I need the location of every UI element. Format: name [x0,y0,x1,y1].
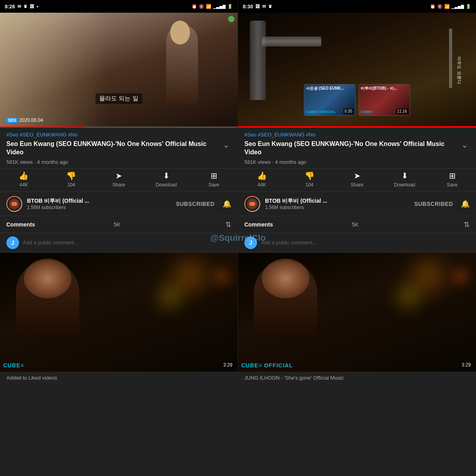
mini-thumb-2[interactable]: 비투비(BTOB) - 비... CUBE≡ 11:16 [359,84,410,116]
video-card-left[interactable]: CUBE≡ 3:29 [0,253,238,372]
email-icon-right: ✉ [262,4,266,9]
share-btn-left[interactable]: ➤ Share [95,171,143,188]
status-bar-left: 8:26 ✉ ♛ 🖼 ● ⏰ 🔇 📶 ▁▃▅▇ 🔋 [0,0,238,13]
share-btn-right[interactable]: ➤ Share [333,171,381,188]
subscribed-btn-right[interactable]: SUBSCRIBED [414,201,453,207]
like-btn-right[interactable]: 👍 44K [238,171,286,188]
thumbdown-icon-right: 👎 [305,171,315,180]
save-btn-right[interactable]: ⊞ Save [428,171,476,188]
image-icon-right: 🖼 [255,4,260,9]
wifi-icon-right: 📶 [444,4,450,9]
user-avatar-left: J [6,236,19,249]
signal-icon-left: ▁▃▅▇ [213,4,226,9]
mini-thumb-2-label: 비투비(BTOB) - 비... [361,86,397,91]
video-card-right[interactable]: CUBE≡ OFFICIAL 3:29 [238,253,476,372]
share-label-right: Share [351,182,363,188]
hashtags-right[interactable]: #Seo #SEO_EUNKWANG #No [238,128,476,139]
comment-input-row-right: J Add a public comment... [238,233,476,253]
comment-placeholder-right[interactable]: Add a public comment... [261,240,316,246]
like-count-left: 44K [19,182,28,188]
share-icon-left: ➤ [115,171,122,180]
mini-thumbnails-right: 서은광 (SEO EUNK... CUBE≡ OFFICIAL 0:35 비투비… [304,84,410,116]
channel-name-right: BTOB 비투비 (Official ... [265,198,409,205]
video-player-left[interactable]: 몰라도 되는 일 SBS 2020.06.04 [0,13,238,128]
video-thumb-right: CUBE≡ OFFICIAL 3:29 [238,253,476,372]
download-icon-left: ⬇ [163,171,170,180]
video-meta-left: 581K views · 4 months ago [0,158,238,168]
image-icon: 🖼 [30,4,34,9]
thumbup-icon-left: 👍 [19,171,29,180]
sbs-badge: SBS [6,118,18,123]
time-right: 8:30 [243,4,253,10]
save-label-left: Save [208,182,219,188]
download-icon-right: ⬇ [401,171,408,180]
battery-icon-left: 🔋 [227,4,233,9]
download-label-left: Download [156,182,177,188]
save-icon-right: ⊞ [449,171,456,180]
user-avatar-right: J [244,236,257,249]
bottom-label-left: Added to Liked videos [0,372,238,384]
sort-icon-left[interactable]: ⇅ [225,220,231,229]
mute-icon-left: 🔇 [199,4,204,9]
channel-avatar-right[interactable] [244,196,260,212]
alarm-icon-left: ⏰ [192,4,197,9]
channel-avatar-inner-right [245,197,259,211]
mini-cube-2: CUBE≡ [361,110,373,114]
video-date-left: SBS 2020.06.04 [6,117,43,123]
cube-logo-left: CUBE≡ [3,362,24,369]
mini-thumb-1-time: 0:35 [344,109,353,114]
channel-row-left: BTOB 비투비 (Official ... 1.56M subscribers… [0,192,238,216]
expand-btn-left[interactable]: ⌄ [221,140,231,150]
save-label-right: Save [447,182,457,188]
crown-icon-right: ♛ [268,4,272,9]
status-bar-right: 8:30 🖼 ✉ ♛ ⏰ 🔇 📶 ▁▃▅▇ 🔋 [238,0,476,13]
like-btn-left[interactable]: 👍 44K [0,171,48,188]
progress-bar-left[interactable] [0,127,238,128]
mute-icon-right: 🔇 [437,4,443,9]
comments-label-right: Comments [244,221,349,228]
dislike-btn-left[interactable]: 👎 104 [48,171,95,188]
comment-placeholder-left[interactable]: Add a public comment... [23,240,78,246]
channel-subs-right: 1.56M subscribers [265,205,409,210]
video-meta-right: 581K views · 4 months ago [238,158,476,168]
share-label-left: Share [112,182,125,188]
dislike-count-left: 104 [67,182,75,188]
subscribed-btn-left[interactable]: SUBSCRIBED [176,201,215,207]
signal-icon-right: ▁▃▅▇ [451,4,464,9]
share-icon-right: ➤ [354,171,361,180]
dislike-count-right: 104 [305,182,313,188]
expand-btn-right[interactable]: ⌄ [460,140,470,150]
sort-icon-right[interactable]: ⇅ [464,220,470,229]
like-count-right: 44K [257,182,266,188]
alarm-icon-right: ⏰ [430,4,436,9]
save-btn-left[interactable]: ⊞ Save [190,171,238,188]
left-phone-panel: 8:26 ✉ ♛ 🖼 ● ⏰ 🔇 📶 ▁▃▅▇ 🔋 [0,0,238,476]
comments-row-left: Comments 5K ⇅ [0,216,238,233]
dot-icon: ● [36,5,38,8]
battery-icon-right: 🔋 [466,4,471,9]
save-icon-left: ⊞ [211,171,217,180]
video-subtitle-left: 몰라도 되는 일 [95,93,142,104]
video-player-right[interactable]: 아무도 모른다 서은광 (SEO EUNK... CUBE≡ OFFICIAL … [238,13,476,128]
channel-name-left: BTOB 비투비 (Official ... [27,198,171,205]
right-phone-panel: 8:30 🖼 ✉ ♛ ⏰ 🔇 📶 ▁▃▅▇ 🔋 [238,0,476,476]
channel-subs-left: 1.56M subscribers [27,205,171,210]
bell-icon-right[interactable]: 🔔 [461,200,470,208]
email-icon: ✉ [17,4,21,9]
mini-thumb-1[interactable]: 서은광 (SEO EUNK... CUBE≡ OFFICIAL 0:35 [304,84,355,116]
comments-label-left: Comments [6,221,111,228]
hashtags-left[interactable]: #Seo #SEO_EUNKWANG #No [0,128,238,139]
download-btn-left[interactable]: ⬇ Download [142,171,190,188]
bell-icon-left[interactable]: 🔔 [223,200,231,208]
action-bar-left: 👍 44K 👎 104 ➤ Share ⬇ Download ⊞ Sav [0,168,238,192]
next-video-label-right: JUNG ILHOON - 'She's gone' Official Musi… [238,372,476,384]
channel-avatar-inner-left [7,197,21,211]
dislike-btn-right[interactable]: 👎 104 [286,171,333,188]
video-thumb-left: CUBE≡ 3:29 [0,253,238,372]
video-title-left: Seo Eun Kwang (SEO EUNKWANG)-'No One Kno… [6,140,221,157]
download-btn-right[interactable]: ⬇ Download [381,171,428,188]
mini-thumb-1-label: 서은광 (SEO EUNK... [306,86,344,91]
channel-row-right: BTOB 비투비 (Official ... 1.56M subscribers… [238,192,476,216]
comments-count-right: 5K [352,221,359,228]
channel-avatar-left[interactable] [6,196,22,212]
